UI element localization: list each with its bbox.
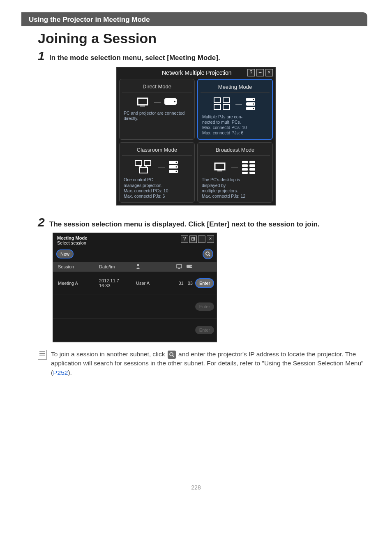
mode-direct-icon: —	[122, 92, 192, 111]
svg-rect-29	[242, 164, 248, 167]
svg-rect-6	[214, 104, 221, 109]
svg-rect-15	[144, 161, 151, 166]
svg-rect-4	[214, 98, 221, 103]
mode-selection-window: Network Multiple Projection ? – × Direct…	[116, 67, 276, 205]
close-button[interactable]: ×	[207, 235, 214, 243]
col-user-icon	[136, 264, 165, 270]
note-end: ).	[68, 369, 71, 376]
subnet-search-button[interactable]	[203, 249, 213, 259]
section-title: Using the Projector in Meeting Mode	[29, 16, 150, 23]
pc-count: 01	[179, 281, 184, 286]
step-1: 1 In the mode selection menu, select [Me…	[38, 50, 367, 63]
sess-title-line1: Meeting Mode	[57, 235, 87, 240]
svg-rect-26	[217, 171, 222, 171]
new-session-button[interactable]: New	[56, 249, 74, 259]
svg-line-43	[173, 355, 174, 357]
enter-button[interactable]: Enter	[195, 278, 214, 288]
nmp-window-buttons: ? – ×	[247, 69, 273, 76]
help-button[interactable]: ?	[247, 69, 255, 76]
magnifier-icon	[168, 351, 176, 359]
sess-window-buttons: ? ⊞ – ×	[181, 235, 214, 245]
session-time: 16:33	[99, 283, 136, 288]
svg-rect-31	[242, 168, 248, 171]
session-row: Meeting A 2012.11.7 16:33 User A 01 03 E…	[53, 272, 217, 295]
mode-classroom-icon: —	[122, 156, 192, 177]
svg-point-20	[176, 162, 177, 163]
svg-rect-38	[177, 265, 182, 268]
mode-meeting-title: Meeting Mode	[201, 82, 270, 93]
svg-point-9	[253, 99, 254, 100]
note-icon	[38, 350, 47, 360]
nmp-titlebar: Network Multiple Projection ? – ×	[117, 67, 275, 77]
svg-rect-7	[223, 104, 230, 109]
mode-meeting-desc: Multiple PJs are con- nected to mult. PC…	[201, 114, 270, 136]
svg-rect-5	[223, 98, 230, 103]
col-device-icons	[165, 264, 195, 269]
mode-direct-desc: PC and projector are connected directly.	[122, 111, 192, 121]
sess-title-block: Meeting Mode Select session	[57, 235, 87, 245]
nmp-title: Network Multiple Projection	[162, 69, 232, 76]
minimize-button[interactable]: –	[256, 69, 264, 76]
monitor-icon	[176, 264, 182, 269]
projector-icon	[186, 264, 193, 268]
grid-button[interactable]: ⊞	[189, 235, 197, 243]
mode-broadcast-desc: The PC's desktop is displayed by multipl…	[200, 177, 270, 199]
svg-rect-32	[249, 168, 255, 171]
mode-card-direct[interactable]: Direct Mode — PC and projector are conne…	[119, 79, 195, 140]
session-counts: 01 03	[165, 281, 195, 286]
step-2-text: The session selection menu is displayed.…	[49, 217, 320, 229]
svg-rect-39	[178, 268, 180, 269]
svg-rect-28	[249, 161, 255, 163]
session-table-header: Session Date/tm	[53, 262, 217, 272]
svg-rect-34	[249, 172, 255, 174]
session-name: Meeting A	[58, 281, 99, 286]
mode-card-classroom[interactable]: Classroom Mode —	[119, 142, 195, 203]
dash-icon: —	[231, 163, 238, 171]
col-datetime: Date/tm	[99, 264, 136, 269]
step-2-number: 2	[38, 216, 49, 229]
svg-point-13	[253, 108, 254, 109]
close-button[interactable]: ×	[265, 69, 273, 76]
dash-icon: —	[235, 100, 242, 108]
session-user: User A	[136, 281, 165, 286]
session-row-empty: Enter	[53, 319, 217, 342]
sess-title-line2: Select session	[57, 240, 87, 245]
minimize-button[interactable]: –	[198, 235, 205, 243]
svg-rect-16	[139, 167, 148, 173]
enter-button-disabled: Enter	[195, 326, 214, 334]
mode-card-meeting[interactable]: Meeting Mode — Multiple PJs a	[197, 79, 273, 140]
page-heading-text: Joining a Session	[38, 30, 157, 46]
svg-point-22	[176, 166, 177, 168]
mode-classroom-title: Classroom Mode	[122, 145, 192, 156]
svg-point-11	[253, 103, 254, 104]
svg-rect-1	[140, 106, 145, 106]
session-date: 2012.11.7	[99, 278, 136, 283]
svg-line-36	[209, 255, 210, 256]
section-header: Using the Projector in Meeting Mode	[21, 12, 367, 26]
mode-meeting-icon: —	[201, 93, 270, 114]
session-selection-window: Meeting Mode Select session ? ⊞ – × New …	[53, 233, 217, 342]
sess-titlebar: Meeting Mode Select session ? ⊞ – ×	[53, 233, 217, 247]
user-icon	[136, 264, 140, 269]
mode-direct-title: Direct Mode	[122, 82, 192, 92]
page-number: 228	[0, 484, 392, 491]
svg-point-35	[206, 252, 209, 255]
magnifier-icon	[205, 252, 210, 256]
dash-icon: —	[154, 98, 161, 106]
svg-point-37	[137, 264, 139, 266]
session-datetime: 2012.11.7 16:33	[99, 278, 136, 288]
mode-classroom-desc: One control PC manages projection. Max. …	[122, 177, 192, 199]
note-link[interactable]: P252	[53, 369, 68, 376]
note-block: To join a session in another subnet, cli…	[38, 350, 367, 377]
pj-count: 03	[188, 281, 193, 286]
mode-card-broadcast[interactable]: Broadcast Mode — The PC's d	[197, 142, 273, 203]
svg-point-3	[174, 101, 175, 102]
dash-icon: —	[158, 163, 165, 171]
svg-rect-14	[135, 161, 142, 166]
svg-rect-30	[249, 164, 255, 167]
sess-toolbar: New	[53, 247, 217, 262]
step-2: 2 The session selection menu is displaye…	[38, 216, 367, 229]
svg-rect-27	[242, 161, 248, 163]
help-button[interactable]: ?	[181, 235, 188, 243]
session-row-empty: Enter	[53, 295, 217, 319]
